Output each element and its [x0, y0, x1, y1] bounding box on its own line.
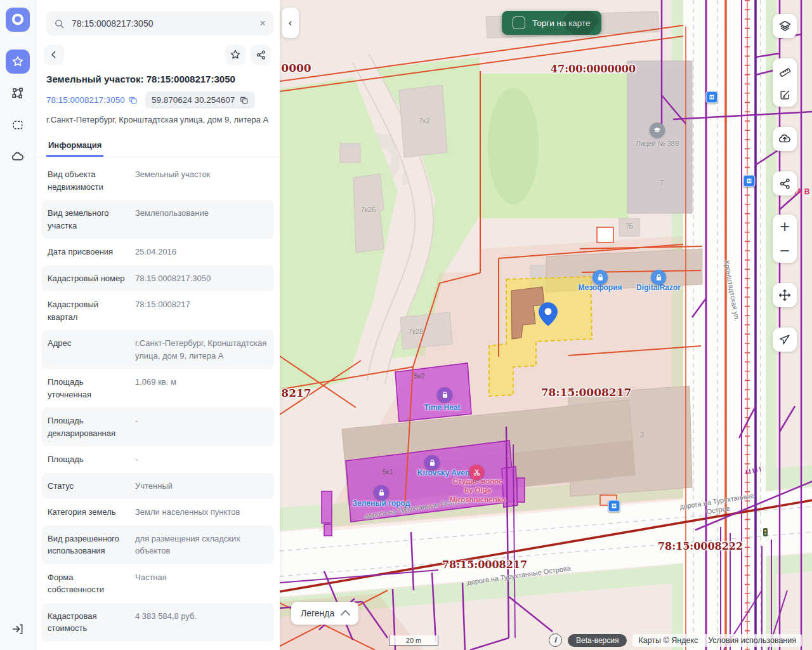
legend-button[interactable]: Легенда	[291, 602, 358, 625]
info-row-label: Кадастровый номер	[48, 272, 128, 285]
sidebar-item-cloud[interactable]	[6, 145, 30, 169]
transport-stop-icon[interactable]	[608, 500, 620, 512]
zoom-in-button[interactable]: +	[773, 215, 797, 239]
search-icon	[54, 18, 65, 29]
digitalrazor-icon[interactable]	[651, 270, 666, 285]
hair-salon-icon[interactable]	[469, 465, 484, 480]
chevron-up-icon	[341, 609, 351, 620]
legend-label: Легенда	[301, 608, 334, 618]
move-icon	[778, 289, 791, 302]
kirovsky-avenir-icon[interactable]	[424, 455, 440, 470]
info-row-label: Адрес	[48, 337, 128, 362]
object-panel: × Земельный участок: 78:15:0008217:3050 …	[36, 0, 280, 650]
copy-icon[interactable]	[240, 96, 249, 105]
favorite-button[interactable]	[225, 44, 246, 65]
star-icon	[11, 55, 24, 68]
zoom-out-button[interactable]: −	[773, 239, 797, 263]
yandex-attribution[interactable]: Карты © Яндекс	[638, 636, 698, 645]
logo-a-icon	[10, 12, 25, 27]
info-row-label: Форма собственности	[48, 571, 128, 596]
info-row-label: Категория земель	[48, 506, 128, 519]
cadastral-number-chip[interactable]: 78:15:0008217:3050	[46, 95, 138, 105]
sign-in-button[interactable]	[6, 617, 30, 641]
info-row: Вид земельного участкаЗемлепользование	[42, 200, 274, 239]
info-row-value: Частная	[135, 571, 268, 596]
copy-icon[interactable]	[129, 96, 138, 105]
mezofloria-icon[interactable]	[593, 270, 608, 285]
sidebar-item-draw-polygon[interactable]	[6, 81, 30, 105]
torgi-toggle[interactable]: Торги на карте	[502, 11, 601, 35]
sign-in-icon	[11, 623, 24, 635]
info-row: Адресг.Санкт-Петербург, Кронштадтская ул…	[42, 330, 274, 369]
time-heat-icon[interactable]	[437, 387, 452, 402]
search-box[interactable]: ×	[46, 11, 273, 36]
locate-button[interactable]	[773, 328, 797, 352]
share-icon	[256, 50, 266, 60]
share-icon	[779, 178, 791, 190]
map-scale: 20 m	[389, 635, 438, 646]
info-row: Кадастровый квартал78:15:0008217	[42, 291, 274, 330]
layers-button[interactable]	[773, 14, 797, 38]
layers-icon	[778, 20, 792, 33]
upload-button[interactable]	[773, 127, 797, 151]
collapse-panel-button[interactable]: ‹	[282, 8, 299, 38]
map-attribution: i Beta-версия Карты © Яндекс Условия исп…	[549, 633, 802, 647]
info-icon[interactable]: i	[549, 633, 562, 647]
polygon-tool-icon	[11, 87, 24, 100]
zeleny-gorod-icon[interactable]	[374, 485, 389, 500]
cloud-icon	[11, 150, 25, 164]
clear-search-icon[interactable]: ×	[259, 17, 266, 30]
cadastral-number-text: 78:15:0008217:3050	[46, 95, 125, 105]
page-title: Земельный участок: 78:15:0008217:3050	[36, 67, 280, 86]
map-canvas[interactable]: torg	[280, 0, 812, 650]
chips-row: 78:15:0008217:3050 59.870624 30.254607	[36, 86, 280, 111]
icon-rail	[0, 0, 36, 650]
info-table: Вид объекта недвижимостиЗемельный участо…	[36, 157, 280, 650]
info-row-value: для размещения складских объектов	[135, 533, 268, 557]
transport-stop-icon[interactable]	[706, 91, 718, 103]
info-row-value: Землепользование	[135, 207, 268, 232]
info-row: Вид разрешенного использованиядля размещ…	[42, 526, 274, 564]
zoom-group: + −	[773, 215, 797, 263]
coordinates-text: 59.870624 30.254607	[152, 95, 235, 105]
info-row: Вид объекта недвижимостиЗемельный участо…	[42, 161, 274, 200]
info-row: Площадь декларированная-	[42, 408, 274, 446]
app-logo[interactable]	[6, 8, 30, 32]
info-row-label: Кадастровый квартал	[48, 298, 128, 323]
tab-information[interactable]: Информация	[46, 134, 103, 157]
torgi-checkbox[interactable]	[513, 17, 525, 29]
info-row: Кадастровая стоимость4 383 584,8 руб.	[42, 603, 274, 642]
info-row-value: 4 383 584,8 руб.	[135, 610, 268, 635]
info-row: Кадастровый номер78:15:0008217:3050	[42, 265, 274, 292]
info-row: Дата присвоения25.04.2016	[42, 239, 274, 265]
edit-icon	[779, 89, 791, 101]
terms-link[interactable]: Условия использования	[708, 636, 796, 645]
chevron-left-icon	[49, 50, 58, 59]
sidebar-item-favorites[interactable]	[6, 50, 30, 74]
info-row-value: -	[135, 415, 268, 439]
tab-bar: Информация	[36, 134, 280, 157]
info-row-label: Площадь	[48, 453, 128, 466]
coordinates-chip[interactable]: 59.870624 30.254607	[145, 91, 255, 109]
location-pin	[539, 302, 558, 326]
measure-button[interactable]	[773, 58, 797, 83]
transport-stop-icon[interactable]	[743, 175, 756, 187]
info-row-label: Вид земельного участка	[48, 207, 128, 232]
map-share-button[interactable]	[773, 171, 797, 196]
sidebar-item-select-area[interactable]	[6, 113, 30, 137]
info-row-value: 78:15:0008217	[135, 298, 268, 323]
info-row: Категория земельЗемли населенных пунктов	[42, 499, 274, 526]
info-row: Площадь уточненная1,069 кв. м	[42, 369, 274, 408]
info-row-value: 25.04.2016	[135, 246, 268, 258]
info-row-label: Вид объекта недвижимости	[48, 168, 128, 193]
school-icon[interactable]	[650, 123, 665, 138]
cloud-upload-icon	[778, 132, 792, 146]
beta-badge: Beta-версия	[568, 634, 627, 647]
back-button[interactable]	[44, 44, 64, 65]
info-row-label: Статус	[48, 480, 128, 493]
share-button[interactable]	[251, 44, 271, 65]
draw-edit-button[interactable]	[773, 83, 797, 107]
pan-button[interactable]	[773, 283, 797, 307]
search-input[interactable]	[70, 18, 254, 29]
info-row-label: Площадь декларированная	[48, 415, 128, 439]
